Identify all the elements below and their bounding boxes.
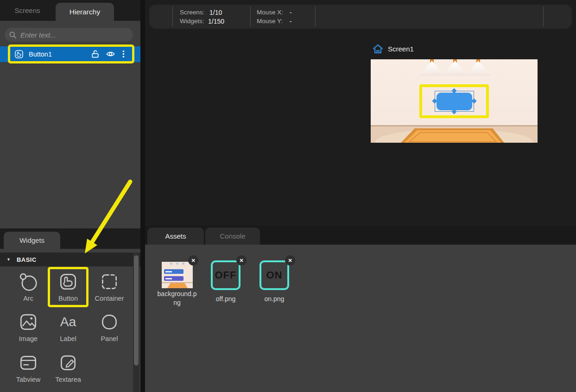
widget-label-widget[interactable]: Aa Label xyxy=(48,311,88,342)
tab-hierarchy[interactable]: Hierarchy xyxy=(56,3,114,21)
widget-label: Container xyxy=(95,295,124,302)
tab-assets[interactable]: Assets xyxy=(147,228,204,245)
label-icon: Aa xyxy=(57,311,79,333)
widget-label: Arc xyxy=(23,295,33,302)
widget-label: Label xyxy=(60,335,76,342)
widget-label: Textarea xyxy=(55,376,81,383)
scrollbar-thumb[interactable] xyxy=(134,255,139,366)
hierarchy-item-label: Button1 xyxy=(29,46,52,62)
widget-label: Button xyxy=(58,295,78,302)
selection-outline xyxy=(435,91,474,112)
textarea-icon xyxy=(57,352,79,373)
asset-name: background.png xyxy=(156,290,198,307)
svg-text:Aa: Aa xyxy=(60,314,76,329)
mouse-y-value: - xyxy=(290,17,292,26)
asset-thumbnail-off: OFF xyxy=(211,260,241,290)
widgets-count-value: 1/150 xyxy=(208,17,224,26)
bottom-panel: Assets Console ✕ background.png OFF ✕ of… xyxy=(145,226,576,392)
asset-thumbnail-on: ON xyxy=(260,260,289,290)
widget-panel[interactable]: Panel xyxy=(89,311,129,342)
arc-icon xyxy=(18,271,39,292)
asset-name: on.png xyxy=(256,295,293,303)
separator xyxy=(172,6,173,27)
delete-asset-icon[interactable]: ✕ xyxy=(188,255,198,266)
widget-tabview[interactable]: Tabview xyxy=(8,352,48,383)
app-window: Screens Hierarchy Button1 xyxy=(0,0,576,392)
widget-label: Image xyxy=(19,335,38,342)
widgets-scrollbar[interactable] xyxy=(133,253,139,392)
screen-name-label[interactable]: Screen1 xyxy=(388,45,414,53)
widget-label: Panel xyxy=(101,335,118,342)
widget-arc[interactable]: Arc xyxy=(8,271,48,302)
asset-name: off.png xyxy=(207,295,244,303)
mouse-x-value: - xyxy=(290,8,292,17)
mouse-x-label: Mouse X: xyxy=(257,8,283,17)
collapse-triangle-icon: ▼ xyxy=(6,257,11,262)
widget-label: Tabview xyxy=(16,376,40,383)
kebab-menu-icon[interactable] xyxy=(119,49,128,59)
delete-asset-icon[interactable]: ✕ xyxy=(285,255,295,266)
separator xyxy=(250,6,251,27)
hierarchy-item-button1[interactable]: Button1 xyxy=(0,46,140,62)
visibility-eye-icon[interactable] xyxy=(106,49,115,59)
separator xyxy=(543,6,544,27)
asset-thumbnail-background xyxy=(162,262,193,288)
widget-container[interactable]: Container xyxy=(89,271,129,302)
status-bar: Screens: 1/10 Widgets: 1/150 Mouse X: - … xyxy=(149,5,572,29)
tab-console[interactable]: Console xyxy=(205,228,260,245)
widget-button[interactable]: Button xyxy=(48,271,88,302)
widgets-panel: ▼ BASIC Arc Button Container xyxy=(0,249,140,392)
tab-widgets[interactable]: Widgets xyxy=(4,232,60,249)
screens-count-label: Screens: xyxy=(180,8,204,17)
container-icon xyxy=(99,271,120,292)
delete-asset-icon[interactable]: ✕ xyxy=(236,255,247,266)
button-widget-icon xyxy=(14,49,24,59)
widget-textarea[interactable]: Textarea xyxy=(48,352,88,383)
tabview-icon xyxy=(18,352,39,373)
widget-image[interactable]: Image xyxy=(8,311,48,342)
screens-count-value: 1/10 xyxy=(209,8,222,17)
panel-divider xyxy=(140,0,145,392)
unlock-icon[interactable] xyxy=(90,49,100,59)
panel-icon xyxy=(99,311,120,333)
section-header-basic[interactable]: ▼ BASIC xyxy=(0,253,140,266)
canvas-area: Screens: 1/10 Widgets: 1/150 Mouse X: - … xyxy=(145,0,576,226)
hierarchy-panel: Button1 xyxy=(0,21,140,228)
search-input[interactable] xyxy=(5,28,133,42)
section-basic-label: BASIC xyxy=(17,256,37,263)
widgets-count-label: Widgets: xyxy=(180,17,204,26)
screen-preview[interactable] xyxy=(371,59,538,143)
image-icon xyxy=(18,311,39,333)
assets-list: ✕ background.png OFF ✕ off.png ON ✕ on.p… xyxy=(145,245,576,392)
button-icon xyxy=(57,271,79,292)
tab-screens[interactable]: Screens xyxy=(0,0,55,21)
separator xyxy=(315,6,316,27)
mouse-y-label: Mouse Y: xyxy=(257,17,283,26)
home-icon[interactable] xyxy=(372,43,384,55)
